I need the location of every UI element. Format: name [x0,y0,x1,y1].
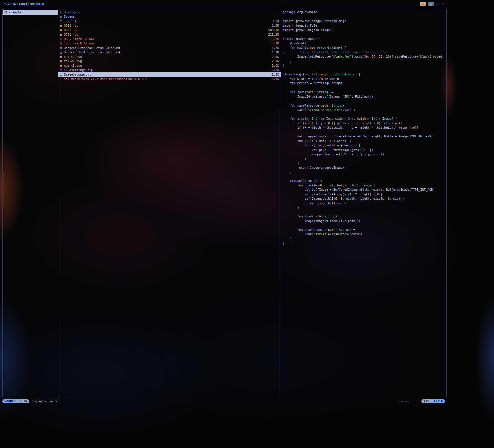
audio-icon: ♫ [60,37,64,40]
kotlin-file-icon: ▢ [60,73,64,76]
file-name: Images [64,15,277,18]
parent-dir-item[interactable]: ▤example [3,10,58,15]
code-line: val croppedImage = BufferedImage(width, … [283,134,446,139]
file-row[interactable]: ▣0042.jpg212.9K [58,32,281,37]
code-line [283,174,446,179]
file-icon: ▢ [60,19,64,23]
file-list: ↓Downloads▤Images▢.dotfile0.0B▣0028.jpg1… [58,10,281,81]
code-line: } [283,241,446,245]
file-name: 0042.jpg [64,33,266,36]
code-line: val pixel = buffImage.getRGB(i, j) [283,148,446,152]
code-line: save("src/main/resources/$path") [283,108,446,112]
file-name: SBI_0032013739_2023_DE05_0003155631Invoi… [64,77,268,80]
terminal-window: ~/Data/example/example 1123 ▤example ↓Do… [0,0,447,404]
code-line: buffImage.setRGB(0, 0, width, height, pi… [283,197,446,201]
code-line: // Image.black(100, 100).saveResource("b… [283,50,446,55]
file-row[interactable]: ↓Downloads [58,10,281,15]
code-line: @JvmStatic [283,41,446,46]
code-line: val pixels = IntArray(width * height) { … [283,192,446,197]
archive-icon: ◫ [60,68,64,72]
code-line [283,68,446,72]
file-size: 15.3M [270,42,279,45]
image-icon: ▣ [60,28,64,32]
vector-image-icon: ▣ [60,55,64,58]
file-name: 0028.jpg [64,24,270,27]
file-size: 1.6K [272,73,279,76]
code-line: if (x < 0 || y < 0 || width < 0 || heigh… [283,121,446,126]
code-line [283,32,446,37]
code-line: croppedImage.setRGB(i - x, j - y, pixel) [283,152,446,157]
code-preview: package org.example import java.awt.imag… [281,10,446,245]
file-name: IDEAsettings.zip [64,68,270,72]
file-name: Backend_Test_Execution_Guide.md [64,50,270,54]
file-row[interactable]: ▣cal-c2.svg2.9K [58,59,281,64]
file-row[interactable]: ▯SBI_0032013739_2023_DE05_0003155631Invo… [58,77,281,81]
preview-panel: package org.example import java.awt.imag… [281,8,446,398]
file-name: .dotfile [64,19,270,23]
file-size: 586.3K [268,28,279,32]
code-line: val buffImage = BufferedImage(width, hei… [283,188,446,192]
file-row[interactable]: ▣cal-c1.svg2.9K [58,54,281,59]
code-line: fun load(path: String) = [283,214,446,219]
file-row[interactable]: ▢ImageCropper.kt1.6K [58,72,281,77]
file-name: Backend_Frontend_Setup_Guide.md [64,46,270,50]
code-line: companion object { [283,179,446,183]
scroll-percent-badge: 93% [421,399,431,403]
code-line: import java.awt.image.BufferedImage [283,19,446,23]
tab-indicator-2[interactable]: 1 [428,2,434,6]
file-row[interactable]: ▣cal-c3.svg2.9K [58,63,281,68]
parent-panel: ▤example [3,8,58,398]
code-line: fun save(path: String) = [283,90,446,95]
file-size: 2.9K [272,55,279,58]
header-bar: ~/Data/example/example 1123 [0,0,447,7]
current-path: ~/Data/example/example [4,2,44,5]
code-line: if (x + width > this.width || y + height… [283,125,446,130]
panel-container: ▤example ↓Downloads▤Images▢.dotfile0.0B▣… [2,8,447,398]
code-line: ImageIO.write(buffImage, "JPG", File(pat… [283,95,446,99]
code-line: for (j in y until y + height) { [283,143,446,148]
statusbar-left: NORMAL 1.6K ImageCropper.kt [2,399,59,403]
file-size: 1.3K [272,50,279,54]
tab-indicator-4[interactable]: 3 [441,2,444,6]
code-line: fun saveResource(path: String) = [283,103,446,108]
file-size: 15.3M [270,37,279,41]
audio-icon: ♫ [60,42,64,45]
code-line: object ImageCropper { [283,37,446,41]
code-line: } [283,63,446,68]
code-line: fun loadResource(path: String) = [283,228,446,232]
code-line: val width = buffImage.width [283,77,446,81]
file-size: 12.5K [270,77,279,80]
file-row[interactable]: ♫15 - Track 15.wav15.3M [58,41,281,46]
file-name: ImageCropper.kt [64,73,270,76]
file-row[interactable]: ▣0031.jpg586.3K [58,28,281,32]
file-row[interactable]: ◫IDEAsettings.zip5.2K [58,68,281,72]
file-size: 212.9K [268,33,279,36]
code-line [283,210,446,215]
file-row[interactable]: ▢.dotfile0.0B [58,19,281,23]
file-row[interactable]: ♫09 - Track 09.wav15.3M [58,37,281,41]
code-line [283,86,446,90]
file-row[interactable]: ▤Backend_Frontend_Setup_Guide.md1.7K [58,46,281,50]
file-row[interactable]: ▤Backend_Test_Execution_Guide.md1.3K [58,50,281,55]
file-name: 0031.jpg [64,28,266,32]
file-row[interactable]: ▤Images [58,15,281,19]
file-size: 0.0B [272,19,279,23]
code-line: } [283,59,446,64]
download-icon: ↓ [60,11,64,14]
tab-indicator-3[interactable]: 2 [436,2,439,6]
file-list-panel: ↓Downloads▤Images▢.dotfile0.0B▣0028.jpg1… [58,8,281,398]
file-row[interactable]: ▣0028.jpg1.3M [58,23,281,28]
parent-dir-list: ▤example [3,10,58,15]
tab-bar: 1123 [420,2,444,6]
file-name: 09 - Track 09.wav [64,37,268,41]
file-name: cal-c2.svg [64,59,270,63]
code-line: return Image(croppedImage) [283,166,446,170]
code-line [283,130,446,135]
file-size: 2.9K [272,64,279,67]
tab-indicator-1[interactable]: 1 [420,2,426,6]
markdown-icon: ▤ [60,46,64,49]
vector-image-icon: ▣ [60,64,64,67]
code-line [283,223,446,228]
code-line: for (i in x until x + width) { [283,139,446,144]
code-line [283,112,446,117]
